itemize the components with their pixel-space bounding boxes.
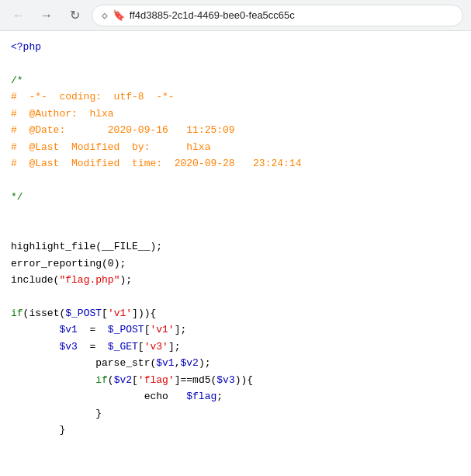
address-text: ff4d3885-2c1d-4469-bee0-fea5cc65c bbox=[130, 9, 295, 21]
bookmark-icon: 🔖 bbox=[113, 9, 125, 22]
code-line: $v1 = $_POST['v1']; bbox=[11, 321, 460, 338]
code-line bbox=[11, 222, 460, 238]
forward-button[interactable]: → bbox=[36, 5, 57, 26]
security-icon: ◇ bbox=[102, 9, 108, 22]
code-line: */ bbox=[11, 189, 460, 205]
code-line: # @Last Modified time: 2020-09-28 23:24:… bbox=[11, 155, 460, 172]
code-line bbox=[11, 205, 460, 221]
code-line: parse_str($v1,$v2); bbox=[11, 355, 460, 371]
code-line: # @Author: hlxa bbox=[11, 106, 460, 122]
address-bar[interactable]: ◇ 🔖 ff4d3885-2c1d-4469-bee0-fea5cc65c bbox=[92, 5, 463, 26]
refresh-button[interactable]: ↻ bbox=[64, 5, 85, 26]
code-line: } bbox=[11, 422, 460, 438]
code-line: include("flag.php"); bbox=[11, 272, 460, 288]
browser-chrome: ← → ↻ ◇ 🔖 ff4d3885-2c1d-4469-bee0-fea5cc… bbox=[0, 0, 471, 31]
code-line: # @Last Modified by: hlxa bbox=[11, 139, 460, 155]
code-line: highlight_file(__FILE__); bbox=[11, 238, 460, 255]
code-line: # -*- coding: utf-8 -*- bbox=[11, 89, 460, 105]
code-line: if(isset($_POST['v1'])){ bbox=[11, 305, 460, 321]
code-container: <?php /* # -*- coding: utf-8 -*- # @Auth… bbox=[0, 31, 471, 446]
code-line: /* bbox=[11, 72, 460, 89]
code-line bbox=[11, 289, 460, 305]
code-line: $v3 = $_GET['v3']; bbox=[11, 339, 460, 355]
code-line: <?php bbox=[11, 39, 460, 55]
code-line: echo $flag; bbox=[11, 388, 460, 405]
code-line: error_reporting(0); bbox=[11, 255, 460, 272]
code-line: # @Date: 2020-09-16 11:25:09 bbox=[11, 122, 460, 138]
code-line: } bbox=[11, 405, 460, 422]
code-line bbox=[11, 55, 460, 71]
back-button[interactable]: ← bbox=[8, 5, 29, 26]
code-line: if($v2['flag']==md5($v3)){ bbox=[11, 372, 460, 388]
code-line bbox=[11, 172, 460, 189]
